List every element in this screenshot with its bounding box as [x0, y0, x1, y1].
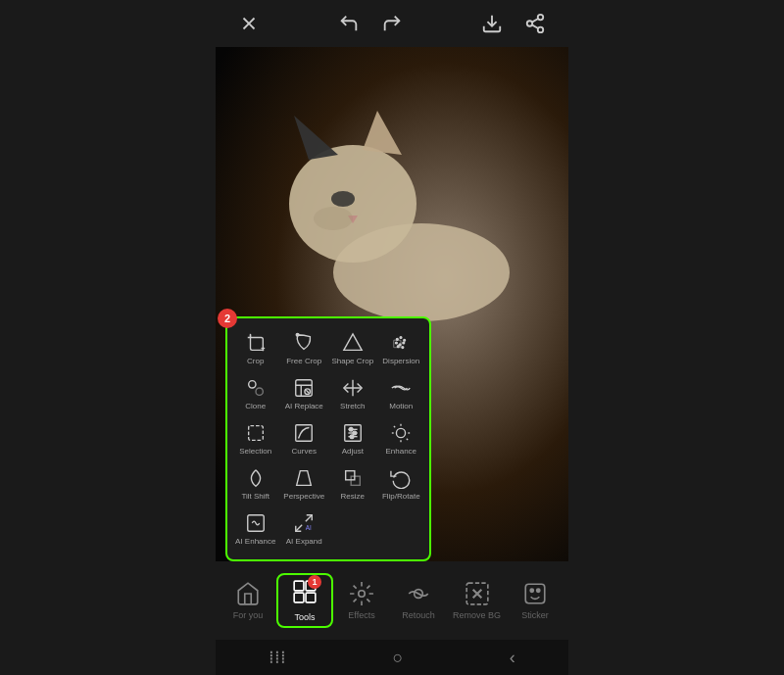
svg-point-57 — [359, 591, 366, 598]
redo-button[interactable] — [374, 6, 410, 41]
tool-tilt-shift[interactable]: Tilt Shift — [231, 461, 280, 506]
bottom-toolbar: For you 1 Tools Effects — [216, 561, 568, 640]
tools-badge: 1 — [308, 575, 321, 589]
top-bar — [216, 0, 568, 47]
svg-rect-56 — [306, 593, 316, 603]
svg-point-20 — [396, 342, 398, 344]
svg-line-43 — [407, 439, 408, 440]
download-button[interactable] — [474, 6, 510, 41]
share-button[interactable] — [517, 6, 553, 41]
svg-rect-60 — [525, 584, 545, 603]
svg-marker-11 — [363, 111, 402, 155]
svg-point-14 — [314, 207, 353, 230]
svg-line-7 — [532, 19, 538, 23]
svg-rect-30 — [248, 426, 263, 441]
svg-point-5 — [538, 27, 544, 32]
tool-dispersion[interactable]: Dispersion — [377, 326, 426, 371]
tools-grid: Crop Free Crop Shape Crop — [231, 326, 425, 552]
svg-point-9 — [289, 145, 416, 263]
tool-ai-replace[interactable]: AI Replace — [280, 371, 329, 416]
cat-photo-svg — [265, 106, 519, 321]
tool-shape-crop[interactable]: Shape Crop — [328, 326, 377, 371]
svg-point-26 — [248, 381, 255, 388]
svg-line-6 — [532, 24, 538, 28]
svg-point-24 — [402, 347, 404, 349]
svg-marker-10 — [294, 116, 338, 160]
svg-rect-55 — [294, 593, 304, 603]
top-bar-center — [331, 6, 410, 41]
svg-point-19 — [404, 339, 406, 341]
nav-back-button[interactable]: ‹ — [510, 648, 515, 668]
nav-bar: ⁞⁞⁞ ○ ‹ — [216, 640, 568, 675]
tab-retouch[interactable]: Retouch — [390, 577, 447, 624]
tool-perspective[interactable]: Perspective — [280, 461, 329, 506]
svg-point-22 — [403, 342, 405, 344]
tool-flip-rotate[interactable]: Flip/Rotate — [377, 461, 426, 506]
tool-clone[interactable]: Clone — [231, 371, 280, 416]
svg-rect-48 — [351, 476, 360, 485]
svg-rect-47 — [345, 471, 354, 480]
tab-sticker[interactable]: Sticker — [507, 577, 564, 624]
svg-point-12 — [331, 191, 355, 207]
tool-free-crop[interactable]: Free Crop — [280, 326, 329, 371]
svg-point-18 — [400, 337, 402, 339]
tool-curves[interactable]: Curves — [280, 416, 329, 461]
svg-line-50 — [306, 515, 312, 521]
tool-motion[interactable]: Motion — [377, 371, 426, 416]
svg-point-3 — [538, 15, 544, 21]
tab-for-you[interactable]: For you — [220, 577, 276, 624]
tool-selection[interactable]: Selection — [231, 416, 280, 461]
tool-crop[interactable]: Crop — [231, 326, 280, 371]
svg-rect-31 — [296, 425, 313, 442]
tools-tab-icon-wrapper: 1 — [292, 579, 318, 608]
close-button[interactable] — [231, 6, 267, 41]
nav-menu-button[interactable]: ⁞⁞⁞ — [269, 647, 286, 668]
top-bar-right — [474, 6, 553, 41]
svg-point-27 — [256, 388, 263, 395]
svg-point-38 — [350, 435, 354, 439]
phone-container: 2 Crop Free Crop Shape Crop — [216, 0, 568, 675]
tab-remove-bg[interactable]: Remove BG — [447, 577, 507, 624]
svg-rect-53 — [294, 581, 304, 591]
tools-panel: 2 Crop Free Crop Shape Crop — [225, 316, 431, 561]
tab-tools[interactable]: 1 Tools — [276, 573, 333, 628]
tool-enhance[interactable]: Enhance — [377, 416, 426, 461]
svg-marker-16 — [344, 334, 362, 351]
svg-point-36 — [349, 428, 353, 432]
tools-panel-badge: 2 — [218, 309, 237, 328]
tool-ai-expand[interactable]: AI AI Expand — [280, 506, 329, 552]
nav-home-button[interactable]: ○ — [393, 648, 404, 668]
tool-stretch[interactable]: Stretch — [328, 371, 377, 416]
svg-point-4 — [527, 21, 533, 26]
top-bar-left — [231, 6, 267, 41]
svg-point-39 — [397, 428, 406, 437]
svg-marker-46 — [297, 471, 312, 486]
svg-line-51 — [296, 525, 302, 531]
svg-point-62 — [537, 589, 540, 592]
svg-point-37 — [353, 431, 357, 435]
svg-line-42 — [394, 426, 395, 427]
tool-ai-enhance[interactable]: AI Enhance — [231, 506, 280, 552]
image-area: 2 Crop Free Crop Shape Crop — [216, 47, 568, 561]
svg-text:AI: AI — [306, 524, 312, 531]
svg-point-61 — [530, 589, 533, 592]
undo-button[interactable] — [331, 6, 367, 41]
tab-effects[interactable]: Effects — [333, 577, 390, 624]
tool-resize[interactable]: Resize — [328, 461, 377, 506]
svg-point-15 — [296, 333, 299, 336]
tool-adjust[interactable]: Adjust — [328, 416, 377, 461]
